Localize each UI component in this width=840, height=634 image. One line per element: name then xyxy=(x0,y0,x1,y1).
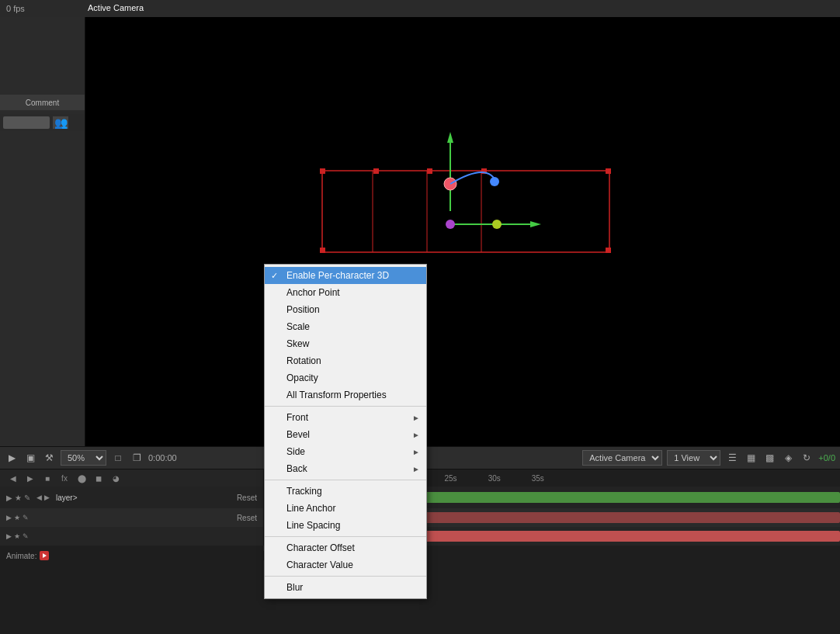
menu-item-back[interactable]: Back ► xyxy=(265,460,426,477)
menu-label-position: Position xyxy=(286,304,320,315)
svg-marker-14 xyxy=(530,221,541,227)
svg-point-18 xyxy=(492,220,502,229)
svg-rect-8 xyxy=(606,168,611,174)
active-camera-top-label: Active Camera xyxy=(88,0,144,16)
menu-item-bevel[interactable]: Bevel ► xyxy=(265,426,426,443)
reset-button-1[interactable]: Reset xyxy=(237,494,257,502)
timeline-icon-5[interactable]: ⬤ xyxy=(75,471,89,485)
menu-label-line-spacing: Line Spacing xyxy=(286,520,340,531)
svg-point-17 xyxy=(446,220,455,229)
menu-divider-2 xyxy=(265,480,426,480)
menu-item-rotation[interactable]: Rotation xyxy=(265,352,426,369)
row-left-1: ▶ ★ ✎ ◀ ▶ layer> Reset xyxy=(0,487,264,508)
nodes-icon[interactable]: ◈ xyxy=(781,451,795,465)
svg-rect-10 xyxy=(606,248,611,253)
refresh-icon[interactable]: ↻ xyxy=(800,451,814,465)
monitor-icon[interactable]: ▣ xyxy=(23,451,37,465)
submenu-arrow-bevel: ► xyxy=(412,431,420,439)
menu-label-rotation: Rotation xyxy=(286,355,321,366)
camera-small-icon-3: ▶ xyxy=(6,532,12,540)
grid-icon[interactable]: ▦ xyxy=(744,451,758,465)
svg-rect-9 xyxy=(320,248,325,253)
menu-item-opacity[interactable]: Opacity xyxy=(265,369,426,386)
camera-small-icon: ▶ xyxy=(6,494,12,502)
menu-item-character-value[interactable]: Character Value xyxy=(265,556,426,573)
layer-icon-2: ▶ xyxy=(44,494,50,501)
menu-label-tracking: Tracking xyxy=(286,486,322,497)
menu-item-line-anchor[interactable]: Line Anchor xyxy=(265,500,426,517)
menu-item-skew[interactable]: Skew xyxy=(265,335,426,352)
menu-item-scale[interactable]: Scale xyxy=(265,318,426,335)
svg-point-15 xyxy=(444,178,456,190)
menu-item-blur[interactable]: Blur xyxy=(265,579,426,596)
svg-marker-19 xyxy=(43,553,47,558)
camera-icon[interactable]: ▶ xyxy=(5,451,19,465)
svg-rect-0 xyxy=(322,171,609,252)
menu-divider-4 xyxy=(265,576,426,577)
fps-display: 0 fps xyxy=(6,4,25,13)
pen-icon: ✎ xyxy=(24,494,30,502)
menu-label-back: Back xyxy=(286,463,307,474)
menu-label-line-anchor: Line Anchor xyxy=(286,503,335,514)
people-icon[interactable]: 👥 xyxy=(53,116,68,129)
svg-point-16 xyxy=(490,177,499,186)
row-left-2: ▶ ★ ✎ Reset xyxy=(0,508,264,527)
timeline-controls-panel: ◀ ▶ ■ fx ⬤ ◼ ◕ xyxy=(0,469,264,487)
menu-item-front[interactable]: Front ► xyxy=(265,409,426,426)
menu-label-all-transform: All Transform Properties xyxy=(286,390,387,400)
svg-rect-7 xyxy=(481,168,487,174)
menu-item-character-offset[interactable]: Character Offset xyxy=(265,539,426,556)
timeline-icon-4[interactable]: fx xyxy=(57,471,71,485)
settings-icon[interactable]: ⚒ xyxy=(42,451,56,465)
timeline-icon-3[interactable]: ■ xyxy=(40,471,54,485)
star-icon-3: ★ xyxy=(14,532,20,540)
menu-label-scale: Scale xyxy=(286,321,310,332)
submenu-arrow-front: ► xyxy=(412,414,420,422)
menu-label-side: Side xyxy=(286,446,305,457)
expand-icon[interactable]: ❐ xyxy=(130,451,144,465)
time-25s: 25s xyxy=(445,474,457,483)
animate-label: Animate: xyxy=(6,552,36,560)
star-icon: ★ xyxy=(15,494,22,502)
menu-label-blur: Blur xyxy=(286,582,303,593)
menu-item-enable-3d[interactable]: ✓ Enable Per-character 3D xyxy=(265,267,426,284)
time-30s: 30s xyxy=(488,474,501,483)
submenu-arrow-back: ► xyxy=(412,465,420,473)
timecode-display: 0:00:00 xyxy=(148,453,177,463)
star-icon-2: ★ xyxy=(14,514,20,521)
view-count-dropdown[interactable]: 1 View 2 Views 4 Views xyxy=(667,450,720,466)
pen-icon-2: ✎ xyxy=(23,514,29,521)
timeline-icon-7[interactable]: ◕ xyxy=(109,471,123,485)
timeline-icon-2[interactable]: ▶ xyxy=(23,471,37,485)
offset-display: +0/0 xyxy=(818,453,835,463)
reset-button-2[interactable]: Reset xyxy=(237,514,257,522)
menu-divider-1 xyxy=(265,406,426,407)
menu-label-bevel: Bevel xyxy=(286,429,310,440)
zoom-dropdown[interactable]: 50% 100% 25% xyxy=(61,450,106,466)
chart-icon[interactable]: ▩ xyxy=(762,451,776,465)
menu-label-character-offset: Character Offset xyxy=(286,542,355,553)
svg-rect-6 xyxy=(427,168,432,174)
menu-item-all-transform[interactable]: All Transform Properties xyxy=(265,386,426,404)
menu-item-side[interactable]: Side ► xyxy=(265,443,426,460)
menu-label-opacity: Opacity xyxy=(286,372,318,383)
layout-icon[interactable]: ☰ xyxy=(725,451,739,465)
menu-label-anchor-point: Anchor Point xyxy=(286,287,340,298)
layer-icon-1: ◀ xyxy=(36,494,42,501)
menu-label-front: Front xyxy=(286,412,308,423)
menu-item-anchor-point[interactable]: Anchor Point xyxy=(265,284,426,301)
menu-item-tracking[interactable]: Tracking xyxy=(265,483,426,500)
row-left-3: ▶ ★ ✎ xyxy=(0,527,264,546)
layer-label: layer> xyxy=(56,494,78,502)
row-icons-2: ▶ ★ ✎ xyxy=(6,514,29,521)
fit-icon[interactable]: □ xyxy=(111,451,125,465)
menu-label-enable-3d: Enable Per-character 3D xyxy=(286,270,389,281)
timeline-icon-6[interactable]: ◼ xyxy=(92,471,106,485)
menu-item-line-spacing[interactable]: Line Spacing xyxy=(265,517,426,534)
context-menu: ✓ Enable Per-character 3D Anchor Point P… xyxy=(264,264,427,599)
timeline-icon-1[interactable]: ◀ xyxy=(6,471,20,485)
menu-item-position[interactable]: Position xyxy=(265,301,426,318)
main-viewport xyxy=(85,17,840,456)
camera-view-dropdown[interactable]: Active Camera Front Top xyxy=(582,450,662,466)
animate-indicator[interactable] xyxy=(40,551,49,560)
